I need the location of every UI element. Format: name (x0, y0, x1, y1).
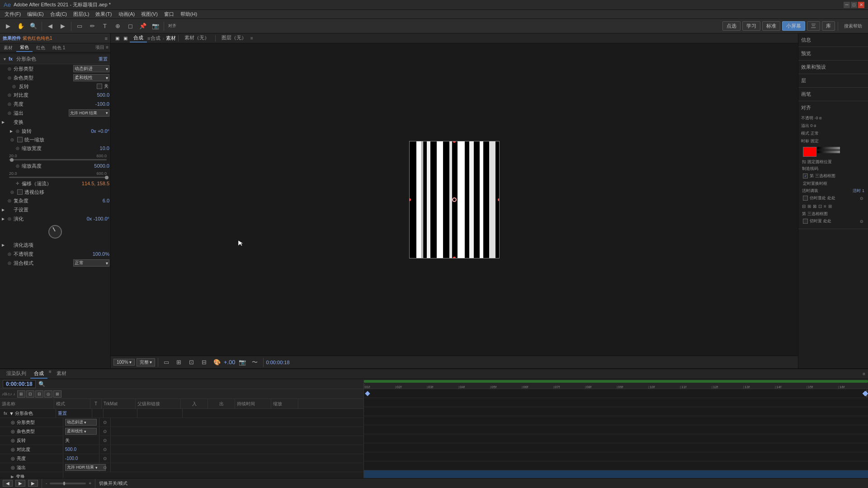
brushes-title[interactable]: 画笔 (801, 89, 865, 99)
menu-help[interactable]: 帮助(H) (178, 10, 200, 19)
breadcrumb-material[interactable]: 素材 (166, 35, 176, 42)
overflow-expand[interactable] (1, 111, 5, 115)
tl-row-transform[interactable]: ▶ 变换 (0, 472, 363, 478)
maximize-button[interactable]: □ (851, 2, 857, 8)
opacity-value[interactable]: 100.0% (82, 251, 109, 257)
timecode[interactable]: 0:00:00:18 (3, 380, 36, 388)
zoom-control[interactable]: 100% ▾ (113, 359, 135, 366)
contrast-value[interactable]: 500.0 (82, 92, 109, 98)
fractal-type-select[interactable]: 动态斜进 ▾ (73, 65, 109, 72)
menu-file[interactable]: 文件(F) (2, 10, 24, 19)
perspective-checkbox[interactable] (17, 189, 23, 195)
corner-handle-tl[interactable] (409, 141, 411, 143)
tl-ctrl-5[interactable]: ⊠ (53, 390, 61, 398)
fractal-type-tl-select[interactable]: 动态斜进 ▾ (65, 419, 97, 426)
brightness-expand[interactable] (1, 102, 5, 106)
tl-brightness-val[interactable]: -100.0 (65, 456, 78, 461)
tl-row-fractal-type[interactable]: ◎ 分形类型 动态斜进 ▾ ⊙ (0, 418, 363, 427)
opacity-expand[interactable] (1, 252, 5, 256)
nav-tab-select[interactable]: 点选 (722, 21, 741, 31)
sub-settings-expand[interactable]: ▶ (1, 207, 5, 212)
tool-align[interactable]: 对齐 (167, 21, 178, 32)
tab-red[interactable]: 红色 (33, 43, 49, 52)
menu-layer[interactable]: 图层(L) (71, 10, 92, 19)
tool-camera[interactable]: 📷 (150, 21, 161, 32)
transform-expand[interactable]: ▶ (1, 120, 5, 124)
preview-menu[interactable]: ≡ (250, 36, 253, 41)
timeline-right[interactable]: 01f 02f 03f 04f 05f 06f 07f (364, 379, 868, 478)
menu-animation[interactable]: 动画(A) (116, 10, 138, 19)
invert-checkbox[interactable] (97, 84, 102, 89)
rotation-value[interactable]: 0x +0.0° (82, 128, 109, 134)
blend-mode-select[interactable]: 正常 ▾ (73, 259, 109, 267)
tab-solid[interactable]: 纯色 1 (49, 43, 69, 52)
tl-fractal-type-value[interactable]: 动态斜进 ▾ (63, 418, 99, 427)
align-icon-6[interactable]: ⊞ (828, 204, 832, 209)
tl-status-right[interactable]: ▶ (28, 480, 38, 487)
scale-height-expand[interactable] (9, 164, 14, 168)
tl-row-fx[interactable]: fx ▼ 分形杂色 重置 (0, 409, 363, 418)
nav-tab-small[interactable]: 小屏幕 (782, 21, 805, 31)
tl-transform-expand[interactable]: ▶ (11, 474, 14, 479)
noise-type-expand[interactable] (1, 75, 5, 80)
tool-zoom[interactable]: 🔍 (28, 21, 39, 32)
tl-ctrl-1[interactable]: ⊞ (17, 390, 25, 398)
toggle-mode-btn[interactable]: 切换开关/模式 (99, 480, 127, 487)
tool-rect[interactable]: ▭ (74, 21, 85, 32)
tl-overflow-value[interactable]: 允许 HDR 结果 ▾ (63, 463, 99, 472)
menu-view[interactable]: 视图(V) (138, 10, 160, 19)
nav-tab-library[interactable]: 库 (822, 21, 835, 31)
tool-arrow-fwd[interactable]: ▶ (57, 21, 68, 32)
timeline-menu[interactable]: ≡ (863, 371, 865, 376)
search-help-button[interactable]: 搜索帮助 (841, 21, 865, 32)
timecode-display[interactable]: 0:00:00:18 (266, 360, 290, 365)
evolution-dial[interactable] (48, 225, 62, 239)
complexity-value[interactable]: 6.0 (82, 198, 109, 203)
noise-type-select[interactable]: 柔和线性 ▾ (73, 74, 109, 81)
menu-edit[interactable]: 编辑(E) (24, 10, 47, 19)
align-icon-4[interactable]: ⊡ (818, 204, 822, 209)
nav-tab-standard[interactable]: 标准 (762, 21, 780, 31)
tl-contrast-val[interactable]: 500.0 (65, 447, 76, 452)
preview-color-btn[interactable]: 🎨 (212, 357, 222, 368)
tool-clone[interactable]: ⊕ (112, 21, 123, 32)
tool-pin[interactable]: 📌 (137, 21, 148, 32)
tab-material[interactable]: 素材 (0, 43, 16, 52)
fractal-type-expand[interactable] (1, 66, 5, 71)
minimize-button[interactable]: ─ (844, 2, 850, 8)
tl-ctrl-2[interactable]: ⊡ (26, 390, 34, 398)
align-icon-1[interactable]: ⊟ (802, 204, 806, 209)
tl-ctrl-3[interactable]: ⊟ (35, 390, 43, 398)
color-swatch[interactable] (803, 147, 816, 157)
blend-mode-expand[interactable] (1, 261, 5, 265)
preview-motion-btn[interactable]: 〜 (250, 357, 260, 368)
tl-zoom-handle[interactable] (63, 482, 65, 485)
scale-width-slider[interactable]: 20.0 600.0 (0, 153, 110, 161)
contrast-expand[interactable] (1, 93, 5, 97)
tl-row-overflow[interactable]: ◎ 溢出 允许 HDR 结果 ▾ ⊙ (0, 463, 363, 472)
tool-pen[interactable]: ✏ (87, 21, 98, 32)
evolution-value[interactable]: 0x -100.0° (82, 216, 109, 221)
tool-text[interactable]: T (99, 21, 110, 32)
tl-tab-comp[interactable]: 合成 (30, 369, 47, 379)
nav-tab-three[interactable]: 三 (807, 21, 820, 31)
menu-composition[interactable]: 合成(C) (47, 10, 70, 19)
tracker-title[interactable]: 层 (801, 76, 865, 85)
tl-ruler[interactable]: 01f 02f 03f 04f 05f 06f 07f (364, 379, 868, 389)
preview-tab-material[interactable]: 素材（无） (181, 34, 213, 42)
tool-eraser[interactable]: ◻ (125, 21, 136, 32)
scale-height-slider[interactable]: 20.0 600.0 (0, 170, 110, 179)
complexity-expand[interactable] (1, 198, 5, 203)
preview-tab-flowchart[interactable]: 图层（无） (218, 34, 250, 42)
work-area-bar[interactable] (364, 380, 868, 383)
tl-tab-render[interactable]: 渲染队列 (3, 369, 30, 379)
color-slider-2[interactable] (817, 150, 840, 153)
overflow-select[interactable]: 允许 HDR 结果 ▾ (69, 109, 109, 117)
preview-region-btn[interactable]: ▭ (161, 357, 172, 368)
align-icon-3[interactable]: ⊠ (813, 204, 816, 209)
align-icon-5[interactable]: ≡ (824, 204, 826, 209)
tab-purple[interactable]: 紫色 (16, 43, 33, 52)
preview-tab-comp[interactable]: 合成 (130, 34, 147, 42)
limit-checkbox[interactable] (803, 196, 808, 201)
nav-tab-learn[interactable]: 学习 (742, 21, 760, 31)
